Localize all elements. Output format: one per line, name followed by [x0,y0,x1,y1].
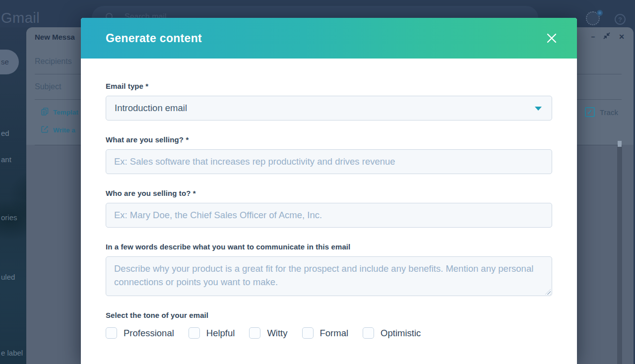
chevron-down-icon [535,107,542,111]
tone-option-label: Professional [124,328,174,339]
compose-window-controls: – ✕ [591,32,625,41]
tone-option-label: Optimistic [381,328,421,339]
compose-button[interactable]: se [0,50,19,74]
edit-pencil-icon [41,125,49,134]
write-label: Write a [53,126,75,134]
track-checkbox-checked-icon[interactable]: ✓ [585,107,595,117]
selling-who-field: Who are you selling to? * [106,189,552,228]
tone-option-optimistic[interactable]: Optimistic [363,327,421,339]
selling-what-label: What are you selling? * [106,135,552,144]
recipients-field[interactable]: Recipients [35,57,72,66]
write-link[interactable]: Write a [41,125,75,134]
extension-badge [597,10,603,16]
email-type-value: Introduction email [115,103,187,113]
scrollbar-thumb[interactable] [618,141,622,147]
checkbox-unchecked-icon[interactable] [106,327,117,339]
checkbox-unchecked-icon[interactable] [189,327,200,339]
selling-what-field: What are you selling? * [106,135,552,174]
track-toggle[interactable]: ✓ Track [585,107,618,117]
tone-option-professional[interactable]: Professional [106,327,174,339]
tone-option-formal[interactable]: Formal [302,327,349,339]
email-type-label: Email type * [106,82,552,90]
sidebar-item-scheduled[interactable]: uled [1,273,15,281]
minimize-icon[interactable]: – [591,32,595,41]
sidebar-item-important[interactable]: ant [1,155,11,164]
subject-field[interactable]: Subject [35,82,61,91]
message-label: In a few words describe what you want to… [106,243,552,251]
tone-field: Select the tone of your email Profession… [106,311,552,339]
tone-option-witty[interactable]: Witty [249,327,287,339]
modal-header: Generate content [81,18,577,59]
tone-label: Select the tone of your email [106,311,552,319]
generate-content-modal: Generate content Email type * Introducti… [81,18,577,364]
checkbox-unchecked-icon[interactable] [302,327,314,339]
tone-option-label: Witty [267,328,287,339]
scrollbar[interactable] [617,145,622,364]
help-icon[interactable]: ? [615,14,626,25]
close-window-icon[interactable]: ✕ [619,32,625,41]
templates-icon [41,108,49,117]
collapse-icon[interactable] [603,32,610,41]
message-field: In a few words describe what you want to… [106,243,552,296]
sidebar-item-snoozed[interactable]: ed [1,129,9,137]
close-icon[interactable] [545,32,558,45]
selling-who-label: Who are you selling to? * [106,189,552,197]
email-type-select[interactable]: Introduction email [106,96,552,121]
tone-option-label: Helpful [206,328,235,339]
track-label: Track [600,108,618,117]
modal-title: Generate content [106,32,202,45]
modal-body: Email type * Introduction email What are… [81,59,577,339]
screen: Gmail Search mail ? se ed ant ories uled… [0,0,635,364]
checkbox-unchecked-icon[interactable] [249,327,260,339]
compose-button-label: se [1,58,9,66]
tone-option-label: Formal [320,328,349,339]
sidebar-item-create-label[interactable]: e label [1,349,23,357]
extension-sprocket-icon[interactable] [586,11,600,25]
checkbox-unchecked-icon[interactable] [363,327,374,339]
message-textarea[interactable] [106,256,552,296]
templates-link[interactable]: Templat [41,108,78,117]
compose-window-title: New Messa [35,33,75,41]
gmail-logo: Gmail [1,10,40,26]
email-type-field: Email type * Introduction email [106,82,552,121]
templates-label: Templat [53,109,78,116]
tone-option-helpful[interactable]: Helpful [189,327,235,339]
tone-options: Professional Helpful Witty Formal [106,327,552,339]
selling-who-input[interactable] [106,203,552,228]
sidebar-item-categories[interactable]: ories [1,213,17,222]
selling-what-input[interactable] [106,149,552,174]
